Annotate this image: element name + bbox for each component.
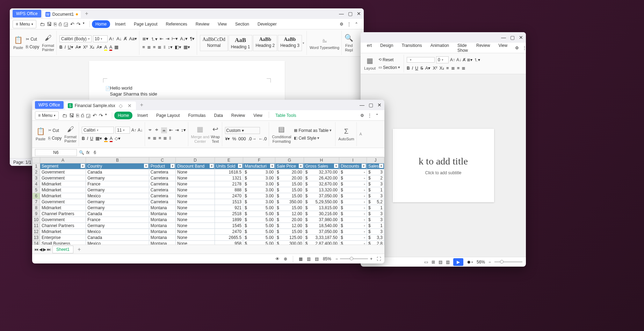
wrap-icon[interactable]: ↩ (212, 125, 218, 133)
cell[interactable]: $1 (367, 187, 384, 193)
cell[interactable]: 958 (215, 241, 243, 245)
highlight-icon[interactable]: A (104, 44, 107, 51)
center-icon[interactable]: ⊕ (284, 256, 287, 261)
align-right-icon[interactable]: ≡ (153, 44, 156, 50)
superscript-icon[interactable]: X² (83, 44, 88, 51)
cell[interactable]: $5.00 (243, 217, 275, 223)
sheet-grid[interactable]: ABCDEFGHIJ1Segment▾Country▾Product▾Disco… (32, 157, 384, 245)
tab-slideshow[interactable]: Slide Show (454, 42, 471, 54)
col-header[interactable]: I (339, 157, 367, 163)
bold-icon[interactable]: B (407, 65, 410, 71)
cell[interactable]: $15.00 (275, 181, 304, 187)
table-header-cell[interactable]: Units Sold▾ (215, 163, 243, 169)
cell[interactable]: Montana (149, 211, 175, 217)
cell[interactable]: Government (40, 175, 86, 181)
filter-icon[interactable]: ▾ (362, 164, 366, 168)
tab-animation[interactable]: Animation (427, 42, 453, 54)
style-heading2[interactable]: AaBbHeading 2 (253, 35, 277, 51)
qat-dropdown-icon[interactable]: ▾ (105, 113, 107, 118)
col-header[interactable]: E (215, 157, 243, 163)
text-effects-icon[interactable]: A▾ (96, 44, 102, 51)
tab-developer[interactable]: Developer (254, 20, 280, 28)
numbering-icon[interactable]: ⒈▾ (151, 36, 158, 42)
bullets-icon[interactable]: ≣▾ (142, 36, 149, 42)
zoom-out-button[interactable]: − (489, 260, 491, 265)
strike-icon[interactable]: S̶ (420, 65, 423, 71)
tab-review[interactable]: Review (192, 20, 213, 28)
col-header[interactable]: C (149, 157, 175, 163)
cell[interactable]: Government (40, 217, 86, 223)
collapse-ribbon-icon[interactable]: ⌃ (375, 113, 379, 118)
increase-indent-icon[interactable]: ⇥ (166, 36, 169, 42)
font-color-icon[interactable]: A (110, 136, 113, 142)
font-name-select[interactable]: Calibri▾ (82, 127, 114, 134)
table-header-cell[interactable]: Segment▾ (40, 163, 86, 169)
cell[interactable]: Carretera (149, 199, 175, 205)
align-center-icon[interactable]: ≣ (147, 44, 151, 50)
subtitle-placeholder[interactable]: Click to add subtitle (425, 170, 461, 175)
cell[interactable]: $- (339, 181, 367, 187)
decrease-indent-icon[interactable]: ⇤ (160, 36, 164, 42)
underline-icon[interactable]: U (415, 65, 418, 71)
document-tab[interactable]: S Financial Sample.xlsx ◇ ✕ (65, 101, 136, 110)
sheet-tab[interactable]: Sheet1 (52, 246, 73, 253)
table-header-cell[interactable]: Manufacturi▾ (243, 163, 275, 169)
col-header[interactable]: B (86, 157, 149, 163)
cell-style-button[interactable]: ◧ Cell Style▾ (292, 135, 333, 141)
align-right-icon[interactable]: ≡ (159, 135, 161, 141)
cell[interactable]: $- (339, 205, 367, 211)
table-header-cell[interactable]: Country▾ (86, 163, 149, 169)
cell[interactable]: Montana (149, 229, 175, 235)
cell[interactable]: Germany (86, 187, 149, 193)
cell[interactable]: $15.00 (275, 229, 304, 235)
grow-font-icon[interactable]: A↑ (131, 128, 136, 133)
styles-more-icon[interactable]: ▾ (303, 41, 304, 45)
cell[interactable]: $- (339, 235, 367, 241)
zoom-label[interactable]: 56% (477, 260, 485, 265)
cell[interactable]: Midmarket (40, 187, 86, 193)
open-icon[interactable]: 🗀 (40, 21, 45, 27)
show-marks-icon[interactable]: ¶▾ (190, 36, 195, 42)
cell[interactable]: $20.00 (275, 175, 304, 181)
tab-home[interactable]: Home (92, 20, 110, 28)
cell[interactable]: $- (339, 169, 367, 175)
eye-icon[interactable]: 👁 (275, 256, 280, 261)
cell[interactable]: 888 (215, 187, 243, 193)
cell[interactable]: Montana (149, 241, 175, 245)
cell[interactable]: $- (339, 241, 367, 245)
cell[interactable]: Channel Partners (40, 223, 86, 229)
first-sheet-icon[interactable]: ⏮ (34, 247, 38, 252)
clear-format-icon[interactable]: Ⱥ (463, 57, 465, 62)
cell[interactable]: $5.00 (243, 235, 275, 241)
filter-icon[interactable]: ▾ (379, 164, 383, 168)
cell[interactable]: $1 (367, 205, 384, 211)
notes-icon[interactable]: ▭ (424, 260, 428, 265)
collapse-ribbon-icon[interactable]: ⌃ (355, 22, 358, 27)
cell[interactable]: $32,670.00 (304, 181, 339, 187)
bold-icon[interactable]: B (59, 44, 63, 51)
cell[interactable]: $5,29,550.00 (304, 199, 339, 205)
orientation-icon[interactable]: ↕▾ (181, 127, 186, 133)
cell[interactable]: $13,320.00 (304, 187, 339, 193)
justify-icon[interactable]: ≣ (462, 65, 465, 71)
preview-icon[interactable]: ◲ (64, 21, 68, 27)
cell[interactable]: None (176, 241, 215, 245)
tab-insert[interactable]: ert (363, 42, 375, 54)
tab-view[interactable]: View (214, 20, 230, 28)
align-left-icon[interactable]: ≡ (446, 65, 449, 71)
preview-icon[interactable]: ◲ (86, 113, 91, 118)
cell[interactable]: 1321 (215, 175, 243, 181)
more-icon[interactable]: ⋮ (368, 113, 372, 118)
cell[interactable]: Germany (86, 205, 149, 211)
format-as-table-button[interactable]: ▦ Format as Table▾ (292, 127, 333, 134)
view-sorter-icon[interactable]: ⊞ (432, 260, 435, 265)
paste-icon[interactable]: 📋 (14, 36, 23, 44)
font-name-select[interactable]: ▾ (407, 57, 435, 63)
row-header[interactable]: 4 (32, 181, 40, 187)
copy-button[interactable]: ⎘Copy (24, 44, 41, 50)
fill-color-icon[interactable]: ◆ (104, 136, 108, 142)
cell[interactable]: None (176, 199, 215, 205)
cell[interactable]: $3.00 (243, 169, 275, 175)
shrink-font-icon[interactable]: A↓ (116, 36, 122, 41)
more-icon[interactable]: ⋮ (347, 22, 351, 27)
